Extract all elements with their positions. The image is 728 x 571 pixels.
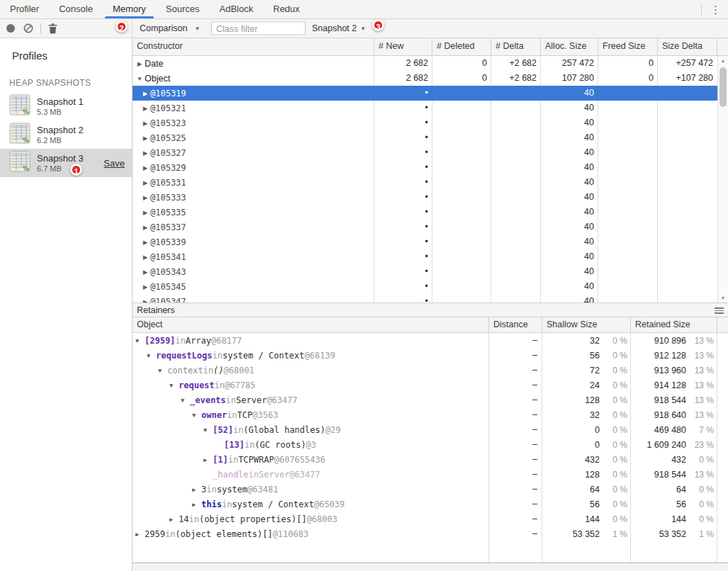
table-row[interactable]: ▶@105331•40 — [133, 175, 717, 190]
expander-collapsed-icon[interactable]: ▶ — [135, 531, 145, 538]
table-row[interactable]: ▶@105327•40 — [133, 145, 717, 160]
scrollbar-thumb[interactable] — [719, 67, 727, 107]
table-row[interactable]: ▶@105335•40 — [133, 205, 717, 220]
scroll-up-icon[interactable]: ▲ — [718, 58, 728, 63]
column-header-object[interactable]: Object — [133, 317, 489, 332]
table-row[interactable]: ▶@105333•40 — [133, 190, 717, 205]
expander-expanded-icon[interactable]: ▼ — [192, 412, 201, 419]
column-header-retained-size[interactable]: Retained Size — [631, 317, 717, 332]
expander-collapsed-icon[interactable]: ▶ — [141, 224, 150, 231]
expander-collapsed-icon[interactable]: ▶ — [141, 105, 150, 112]
table-row[interactable]: ▶@105319•40 — [133, 86, 717, 101]
retainer-name: 3 — [201, 485, 206, 494]
expander-expanded-icon[interactable]: ▼ — [158, 367, 167, 374]
tab-profiler[interactable]: Profiler — [0, 0, 49, 18]
tab-adblock[interactable]: AdBlock — [210, 0, 264, 18]
column-header-new[interactable]: # New — [374, 38, 432, 55]
column-header-alloc-size[interactable]: Alloc. Size — [541, 38, 598, 55]
tab-sources[interactable]: Sources — [156, 0, 210, 18]
expander-collapsed-icon[interactable]: ▶ — [192, 501, 201, 508]
retained-size-value: 56 — [676, 499, 686, 509]
expander-collapsed-icon[interactable]: ▶ — [141, 149, 150, 157]
expander-collapsed-icon[interactable]: ▶ — [169, 516, 179, 523]
table-row[interactable]: ▶@105325•40 — [133, 130, 717, 145]
expander-collapsed-icon[interactable]: ▶ — [141, 164, 150, 171]
retained-size-percent: 13 % — [686, 410, 717, 420]
expander-collapsed-icon[interactable]: ▶ — [192, 486, 201, 493]
expander-collapsed-icon[interactable]: ▶ — [135, 60, 144, 67]
expander-collapsed-icon[interactable]: ▶ — [141, 254, 150, 261]
sidebar-item-snapshot-2[interactable]: %Snapshot 26.2 MB — [0, 120, 132, 149]
sidebar-item-snapshot-1[interactable]: %Snapshot 15.3 MB — [0, 92, 132, 120]
expander-collapsed-icon[interactable]: ▶ — [141, 179, 150, 186]
expander-collapsed-icon[interactable]: ▶ — [141, 268, 150, 276]
tab-memory[interactable]: Memory — [103, 0, 156, 18]
retainer-object-id: @3563 — [252, 410, 278, 420]
sidebar-item-snapshot-3[interactable]: %Snapshot 36.7 MBSave — [0, 149, 132, 177]
table-row[interactable]: ▶@105323•40 — [133, 115, 717, 130]
expander-collapsed-icon[interactable]: ▶ — [141, 120, 150, 127]
retained-size-percent: 13 % — [686, 395, 717, 405]
column-header-freed-size[interactable]: Freed Size — [598, 38, 658, 55]
table-row[interactable]: ▼Object2 6820+2 682107 2800+107 280 — [133, 71, 717, 86]
retained-size-percent: 7 % — [686, 425, 717, 435]
table-row[interactable]: ▶@105347•40 — [133, 294, 717, 303]
horizontal-scrollbar[interactable] — [133, 562, 728, 571]
expander-collapsed-icon[interactable]: ▶ — [141, 135, 150, 142]
expander-expanded-icon[interactable]: ▼ — [135, 337, 145, 344]
cell-freed: 0 — [598, 71, 658, 86]
record-heap-icon[interactable] — [6, 24, 15, 33]
retainer-in-label: in — [227, 410, 237, 420]
cell-size — [658, 175, 717, 190]
cell-freed — [598, 264, 658, 279]
tab-redux[interactable]: Redux — [263, 0, 310, 18]
cell-alloc: 40 — [541, 220, 598, 234]
shallow-size-value: 144 — [585, 514, 600, 524]
cell-retained-size: 1 609 24023 % — [631, 437, 717, 452]
table-row[interactable]: ▶@105337•40 — [133, 220, 717, 234]
expander-expanded-icon[interactable]: ▼ — [147, 352, 156, 359]
cell-distance: – — [489, 363, 542, 378]
retainer-name: _handle — [213, 470, 249, 480]
expander-collapsed-icon[interactable]: ▶ — [141, 90, 150, 97]
table-row[interactable]: ▶@105329•40 — [133, 160, 717, 175]
column-header-shallow-size[interactable]: Shallow Size — [542, 317, 631, 332]
constructor-cell: ▶@105337 — [133, 220, 374, 234]
trash-icon[interactable] — [48, 23, 57, 34]
expander-collapsed-icon[interactable]: ▶ — [141, 194, 150, 201]
base-snapshot-dropdown[interactable]: Snapshot 2 ▼ — [312, 23, 366, 33]
table-row[interactable]: ▶@105343•40 — [133, 264, 717, 279]
snapshot-name: Snapshot 2 — [37, 125, 84, 136]
column-header-size-delta[interactable]: Size Delta — [658, 38, 717, 55]
clear-profiles-icon[interactable] — [23, 23, 33, 33]
column-header-constructor[interactable]: Constructor — [133, 38, 374, 55]
expander-collapsed-icon[interactable]: ▶ — [141, 283, 150, 290]
table-row[interactable]: ▶@105341•40 — [133, 249, 717, 264]
cell-size — [658, 220, 717, 234]
class-filter-input[interactable] — [211, 22, 306, 35]
save-snapshot-link[interactable]: Save — [103, 158, 125, 169]
vertical-scrollbar[interactable]: ▲▼ — [717, 56, 728, 303]
table-row[interactable]: ▶@105321•40 — [133, 101, 717, 115]
perspective-dropdown[interactable]: Comparison ▼ — [140, 23, 200, 33]
retainer-name: _events — [190, 395, 226, 405]
tab-console[interactable]: Console — [49, 0, 103, 18]
expander-collapsed-icon[interactable]: ▶ — [141, 209, 150, 216]
scroll-down-icon[interactable]: ▼ — [718, 295, 728, 300]
table-row[interactable]: ▶@105339•40 — [133, 234, 717, 249]
expander-expanded-icon[interactable]: ▼ — [169, 382, 179, 389]
table-row[interactable]: ▶Date2 6820+2 682257 4720+257 472 — [133, 56, 717, 71]
expander-expanded-icon[interactable]: ▼ — [203, 426, 213, 434]
kebab-menu-icon[interactable]: ⋮ — [708, 4, 723, 15]
column-header-deleted[interactable]: # Deleted — [432, 38, 491, 55]
table-row[interactable]: ▶@105345•40 — [133, 279, 717, 294]
expander-collapsed-icon[interactable]: ▶ — [203, 456, 213, 463]
column-header-distance[interactable]: Distance — [489, 317, 542, 332]
cell-freed: 0 — [598, 56, 658, 71]
column-header-delta[interactable]: # Delta — [491, 38, 541, 55]
row-label: @105321 — [150, 103, 186, 113]
expander-expanded-icon[interactable]: ▼ — [181, 397, 190, 404]
expander-expanded-icon[interactable]: ▼ — [135, 75, 144, 82]
cell-alloc: 257 472 — [541, 56, 598, 71]
expander-collapsed-icon[interactable]: ▶ — [141, 239, 150, 246]
